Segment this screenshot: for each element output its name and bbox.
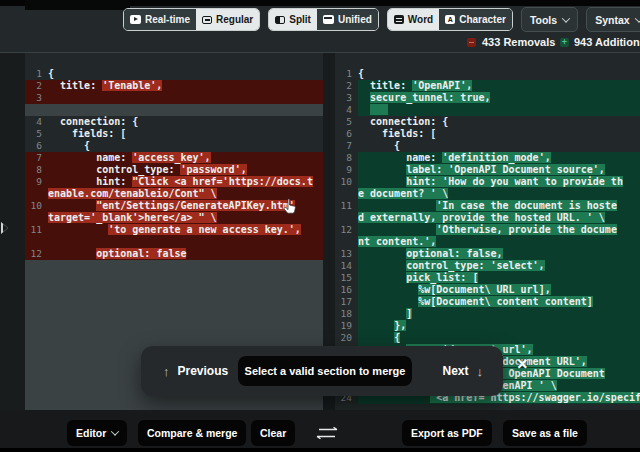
top-left-notch — [25, 0, 130, 10]
next-label: Next — [442, 364, 468, 378]
chevron-down-icon — [562, 14, 570, 22]
bottom-strip — [0, 448, 640, 452]
compare-merge-label: Compare & merge — [147, 427, 237, 439]
line-number — [25, 188, 48, 200]
export-pdf-button[interactable]: Export as PDF — [402, 420, 492, 446]
code-text: nt content.', — [358, 236, 436, 248]
clear-label: Clear — [260, 427, 286, 439]
split-button[interactable]: Split — [269, 9, 317, 30]
code-row: 15 pick_list: [ — [335, 272, 640, 284]
line-number: 17 — [335, 296, 358, 308]
unified-icon — [323, 15, 334, 24]
code-row: 11 'to generate a new access key.', — [25, 224, 323, 236]
code-text: e document? ' \ — [358, 188, 448, 200]
code-text: 'Otherwise, provide the docume — [358, 224, 617, 236]
code-row: 10 "ent/Settings/GenerateAPIKey.htm' — [25, 200, 323, 212]
code-row: 18 ] — [335, 308, 640, 320]
next-button[interactable]: Next ↓ — [442, 346, 483, 396]
clear-button[interactable]: Clear — [251, 420, 295, 446]
line-number: 5 — [25, 128, 48, 140]
code-text: %w[Document\ URL url], — [358, 284, 551, 296]
save-file-label: Save as a file — [512, 427, 578, 439]
code-row: 6 { — [25, 140, 323, 152]
regular-label: Regular — [216, 14, 253, 25]
line-number: 4 — [25, 116, 48, 128]
code-row: 5 fields: [ — [25, 128, 323, 140]
syntax-menu-button[interactable]: Syntax — [586, 7, 640, 32]
line-number: 11 — [25, 224, 48, 236]
additions-stat: + 943 Additions — [560, 36, 640, 48]
syntax-label: Syntax — [595, 14, 629, 26]
code-text: title: 'OpenAPI', — [358, 80, 472, 92]
arrow-up-icon: ↑ — [163, 364, 170, 379]
code-text: connection: { — [48, 116, 138, 128]
line-number: 20 — [335, 332, 358, 344]
unified-button[interactable]: Unified — [317, 9, 378, 30]
additions-count: 943 Additions — [574, 36, 640, 48]
save-file-button[interactable]: Save as a file — [503, 420, 587, 446]
code-text: { — [358, 332, 400, 344]
line-number: 6 — [335, 128, 358, 140]
code-text: target='_blank'>here</a> " \ — [48, 212, 217, 224]
code-text: control_type: 'password', — [48, 164, 247, 176]
line-number: 10 — [335, 176, 358, 188]
code-text: "ent/Settings/GenerateAPIKey.htm' — [48, 200, 295, 212]
line-number: 8 — [335, 152, 358, 164]
compare-merge-button[interactable]: Compare & merge — [138, 420, 246, 446]
line-number: 9 — [335, 164, 358, 176]
code-row: 12 'Otherwise, provide the docume — [335, 224, 640, 236]
line-number — [25, 236, 48, 248]
merge-left-arrow-icon[interactable] — [1, 222, 8, 234]
mode-group-granularity: Word A Character — [387, 8, 513, 31]
code-row: 13 optional: false, — [335, 248, 640, 260]
code-text: fields: [ — [48, 128, 126, 140]
code-text: 'In case the document is hoste — [358, 200, 617, 212]
line-number: 4 — [335, 104, 358, 116]
swap-sides-icon[interactable] — [313, 426, 341, 440]
tools-menu-button[interactable]: Tools — [521, 7, 578, 32]
code-text: label: 'OpenAPI Document source', — [358, 164, 605, 176]
removals-icon — [467, 38, 476, 47]
close-icon[interactable]: × — [517, 354, 528, 375]
unified-label: Unified — [338, 14, 372, 25]
split-label: Split — [289, 14, 311, 25]
code-row: 20 { — [335, 332, 640, 344]
removals-stat: 433 Removals — [467, 36, 555, 48]
code-row: 19 }, — [335, 320, 640, 332]
character-icon: A — [445, 15, 455, 24]
code-text: name: 'definition_mode', — [358, 152, 551, 164]
code-row: 3 secure_tunnel: true, — [335, 92, 640, 104]
line-number — [335, 236, 358, 248]
code-text: { — [48, 68, 54, 80]
previous-button[interactable]: ↑ Previous — [163, 346, 228, 396]
code-text: enable.com/tenableio/Cont" \ — [48, 188, 217, 200]
code-text: d externally, provide the hosted URL. ' … — [358, 212, 605, 224]
line-number: 7 — [25, 152, 48, 164]
code-text: secure_tunnel: true, — [358, 92, 490, 104]
code-row: 8 control_type: 'password', — [25, 164, 323, 176]
diff-stats: 433 Removals + 943 Additions — [0, 36, 640, 50]
code-text: pick_list: [ — [358, 272, 478, 284]
line-number: 1 — [335, 68, 358, 80]
merge-message-text: Select a valid section to merge — [245, 365, 406, 377]
realtime-button[interactable]: Real-time — [124, 9, 196, 30]
word-button[interactable]: Word — [388, 9, 439, 30]
code-text: control_type: 'select', — [358, 260, 545, 272]
code-row: 10 hint: 'How do you want to provide th — [335, 176, 640, 188]
regular-button[interactable]: Regular — [196, 9, 259, 30]
export-pdf-label: Export as PDF — [411, 427, 483, 439]
editor-button[interactable]: Editor — [67, 420, 127, 446]
line-number — [335, 212, 358, 224]
line-number: 1 — [25, 68, 48, 80]
line-number: 8 — [25, 164, 48, 176]
character-button[interactable]: A Character — [439, 9, 512, 30]
code-text: fields: [ — [358, 128, 436, 140]
code-row: e document? ' \ — [335, 188, 640, 200]
code-row: 1{ — [335, 68, 640, 80]
code-text: hint: "Click <a href='https://docs.t — [48, 176, 313, 188]
line-number: 14 — [335, 260, 358, 272]
mouse-cursor-hand — [283, 198, 297, 219]
editor-label: Editor — [76, 427, 106, 439]
line-number: 16 — [335, 284, 358, 296]
line-number: 15 — [335, 272, 358, 284]
